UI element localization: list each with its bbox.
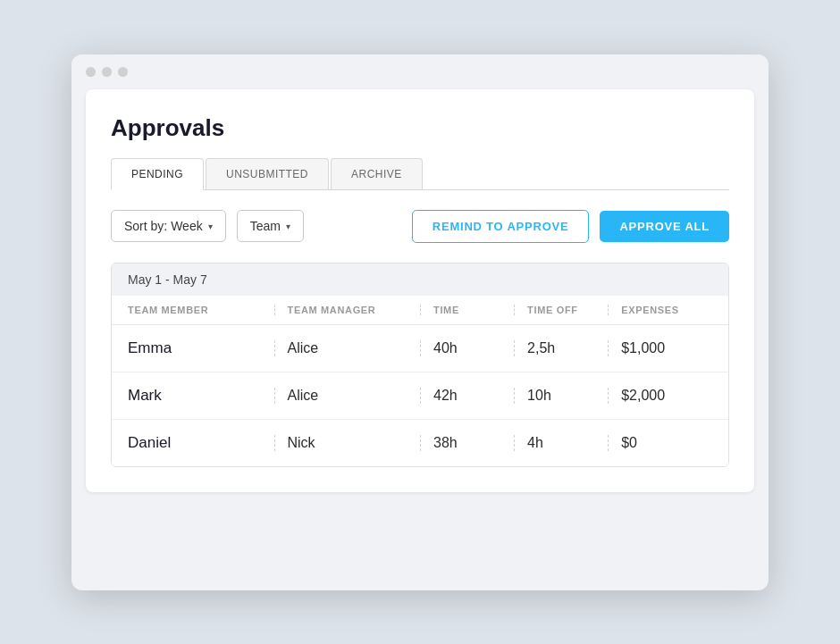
cell-team-manager-0: Alice: [274, 340, 421, 356]
table-row: Daniel Nick 38h 4h $0: [112, 420, 728, 466]
cell-team-member-2: Daniel: [128, 434, 274, 452]
team-arrow-icon: ▾: [286, 222, 290, 231]
window-content: Approvals PENDING UNSUBMITTED ARCHIVE So…: [86, 89, 754, 492]
column-headers: TEAM MEMBER TEAM MANAGER TIME TIME OFF E…: [112, 296, 728, 325]
tab-archive[interactable]: ARCHIVE: [331, 158, 423, 189]
sort-by-label: Sort by: Week: [124, 219, 203, 233]
cell-expenses-0: $1,000: [608, 340, 712, 356]
cell-team-manager-1: Alice: [274, 388, 421, 404]
cell-time-off-2: 4h: [514, 435, 608, 451]
table-row: Emma Alice 40h 2,5h $1,000: [112, 325, 728, 372]
cell-time-off-0: 2,5h: [514, 340, 608, 356]
app-window: Approvals PENDING UNSUBMITTED ARCHIVE So…: [71, 54, 769, 590]
cell-time-off-1: 10h: [514, 388, 608, 404]
col-team-manager: TEAM MANAGER: [274, 305, 421, 315]
remind-to-approve-button[interactable]: REMIND TO APPROVE: [412, 210, 590, 243]
sort-by-dropdown[interactable]: Sort by: Week ▾: [111, 210, 226, 242]
tab-pending[interactable]: PENDING: [111, 158, 204, 190]
window-dot-3: [118, 67, 128, 77]
approvals-table: May 1 - May 7 TEAM MEMBER TEAM MANAGER T…: [111, 263, 729, 467]
cell-time-1: 42h: [420, 388, 514, 404]
title-bar: [71, 54, 769, 77]
col-time-off: TIME OFF: [514, 305, 608, 315]
date-range: May 1 - May 7: [112, 263, 728, 296]
cell-team-member-0: Emma: [128, 339, 274, 357]
window-dot-1: [86, 67, 96, 77]
col-team-member: TEAM MEMBER: [128, 305, 274, 315]
window-dot-2: [102, 67, 112, 77]
sort-by-arrow-icon: ▾: [208, 222, 213, 231]
toolbar: Sort by: Week ▾ Team ▾ REMIND TO APPROVE…: [111, 210, 729, 243]
approve-all-button[interactable]: APPROVE ALL: [600, 211, 729, 242]
col-expenses: EXPENSES: [608, 305, 712, 315]
team-dropdown[interactable]: Team ▾: [237, 210, 304, 242]
cell-time-0: 40h: [420, 340, 514, 356]
cell-team-manager-2: Nick: [274, 435, 421, 451]
tab-unsubmitted[interactable]: UNSUBMITTED: [206, 158, 329, 189]
tab-bar: PENDING UNSUBMITTED ARCHIVE: [111, 158, 729, 190]
team-label: Team: [250, 219, 281, 233]
col-time: TIME: [420, 305, 514, 315]
cell-time-2: 38h: [420, 435, 514, 451]
cell-team-member-1: Mark: [128, 387, 274, 405]
table-row: Mark Alice 42h 10h $2,000: [112, 372, 728, 420]
cell-expenses-2: $0: [608, 435, 712, 451]
cell-expenses-1: $2,000: [608, 388, 712, 404]
page-title: Approvals: [111, 114, 729, 142]
